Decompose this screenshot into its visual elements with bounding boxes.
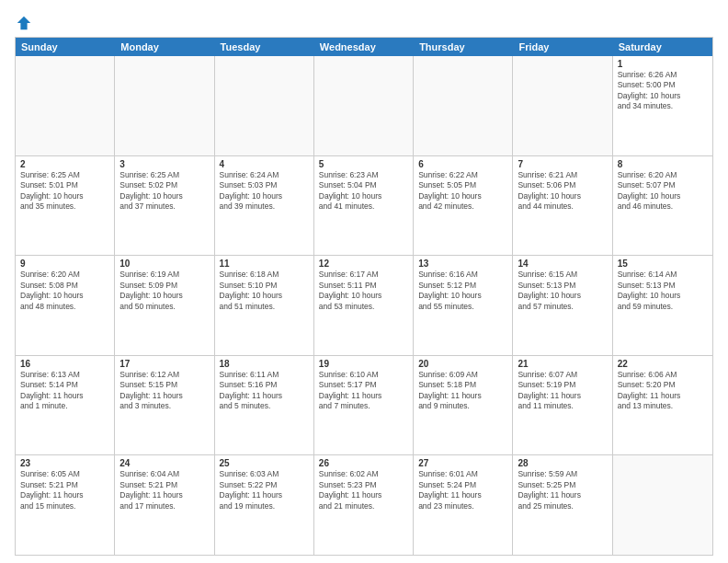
day-info: Sunrise: 6:13 AM Sunset: 5:14 PM Dayligh… [20,370,109,412]
week-row-5: 23Sunrise: 6:05 AM Sunset: 5:21 PM Dayli… [16,454,712,555]
day-number: 26 [319,458,408,468]
day-cell: 5Sunrise: 6:23 AM Sunset: 5:04 PM Daylig… [314,156,414,256]
day-info: Sunrise: 6:16 AM Sunset: 5:12 PM Dayligh… [418,270,507,312]
day-info: Sunrise: 6:20 AM Sunset: 5:07 PM Dayligh… [618,170,708,213]
day-cell: 6Sunrise: 6:22 AM Sunset: 5:05 PM Daylig… [414,156,513,256]
day-number: 3 [119,159,209,169]
day-number: 28 [518,458,607,468]
day-cell [613,455,712,555]
day-cell: 2Sunrise: 6:25 AM Sunset: 5:01 PM Daylig… [16,156,115,256]
day-cell: 13Sunrise: 6:16 AM Sunset: 5:12 PM Dayli… [414,256,513,355]
day-number: 13 [418,259,507,269]
day-number: 27 [418,458,507,468]
svg-marker-0 [17,17,30,29]
day-headers: SundayMondayTuesdayWednesdayThursdayFrid… [16,38,712,56]
day-header-sunday: Sunday [16,38,115,56]
page: SundayMondayTuesdayWednesdayThursdayFrid… [0,0,728,563]
day-info: Sunrise: 6:10 AM Sunset: 5:17 PM Dayligh… [319,370,408,412]
calendar-body: 1Sunrise: 6:26 AM Sunset: 5:00 PM Daylig… [16,56,712,555]
day-number: 25 [220,458,309,468]
day-number: 19 [319,359,408,369]
day-cell [115,56,214,155]
day-cell: 17Sunrise: 6:12 AM Sunset: 5:15 PM Dayli… [115,356,214,455]
day-info: Sunrise: 6:05 AM Sunset: 5:21 PM Dayligh… [20,469,109,511]
logo-icon [16,15,32,31]
day-info: Sunrise: 6:01 AM Sunset: 5:24 PM Dayligh… [418,469,507,511]
day-cell: 28Sunrise: 5:59 AM Sunset: 5:25 PM Dayli… [513,455,612,555]
day-number: 16 [20,359,109,369]
day-cell [513,56,612,155]
day-info: Sunrise: 6:04 AM Sunset: 5:21 PM Dayligh… [119,469,209,511]
day-number: 17 [119,359,209,369]
day-cell: 26Sunrise: 6:02 AM Sunset: 5:23 PM Dayli… [314,455,414,555]
day-number: 12 [319,259,408,269]
day-info: Sunrise: 6:25 AM Sunset: 5:01 PM Dayligh… [20,170,109,213]
day-header-thursday: Thursday [414,38,513,56]
day-info: Sunrise: 6:11 AM Sunset: 5:16 PM Dayligh… [220,370,309,412]
header [15,11,713,31]
day-number: 1 [618,59,708,69]
day-info: Sunrise: 6:19 AM Sunset: 5:09 PM Dayligh… [119,270,209,312]
day-cell: 23Sunrise: 6:05 AM Sunset: 5:21 PM Dayli… [16,455,115,555]
day-info: Sunrise: 6:20 AM Sunset: 5:08 PM Dayligh… [20,270,109,312]
day-number: 5 [319,159,408,169]
day-info: Sunrise: 6:26 AM Sunset: 5:00 PM Dayligh… [618,70,708,112]
day-number: 20 [418,359,507,369]
day-info: Sunrise: 6:24 AM Sunset: 5:03 PM Dayligh… [220,170,309,213]
week-row-1: 1Sunrise: 6:26 AM Sunset: 5:00 PM Daylig… [16,56,712,155]
week-row-4: 16Sunrise: 6:13 AM Sunset: 5:14 PM Dayli… [16,355,712,455]
day-cell: 10Sunrise: 6:19 AM Sunset: 5:09 PM Dayli… [115,256,214,355]
day-number: 8 [618,159,708,169]
day-number: 15 [618,259,708,269]
day-info: Sunrise: 6:02 AM Sunset: 5:23 PM Dayligh… [319,469,408,511]
day-number: 6 [418,159,507,169]
day-info: Sunrise: 6:06 AM Sunset: 5:20 PM Dayligh… [618,370,708,412]
day-info: Sunrise: 6:18 AM Sunset: 5:10 PM Dayligh… [220,270,309,312]
day-number: 7 [518,159,607,169]
day-header-wednesday: Wednesday [314,38,414,56]
day-header-friday: Friday [513,38,612,56]
day-info: Sunrise: 6:22 AM Sunset: 5:05 PM Dayligh… [418,170,507,213]
day-number: 23 [20,458,109,468]
day-cell: 24Sunrise: 6:04 AM Sunset: 5:21 PM Dayli… [115,455,214,555]
day-cell: 8Sunrise: 6:20 AM Sunset: 5:07 PM Daylig… [613,156,712,256]
day-cell: 22Sunrise: 6:06 AM Sunset: 5:20 PM Dayli… [613,356,712,455]
day-cell: 18Sunrise: 6:11 AM Sunset: 5:16 PM Dayli… [215,356,314,455]
day-cell: 27Sunrise: 6:01 AM Sunset: 5:24 PM Dayli… [414,455,513,555]
day-info: Sunrise: 6:14 AM Sunset: 5:13 PM Dayligh… [618,270,708,312]
day-info: Sunrise: 6:15 AM Sunset: 5:13 PM Dayligh… [518,270,607,312]
day-cell [215,56,314,155]
day-info: Sunrise: 6:23 AM Sunset: 5:04 PM Dayligh… [319,170,408,213]
day-number: 22 [618,359,708,369]
day-cell: 25Sunrise: 6:03 AM Sunset: 5:22 PM Dayli… [215,455,314,555]
calendar: SundayMondayTuesdayWednesdayThursdayFrid… [15,37,713,556]
day-info: Sunrise: 6:07 AM Sunset: 5:19 PM Dayligh… [518,370,607,412]
day-cell: 16Sunrise: 6:13 AM Sunset: 5:14 PM Dayli… [16,356,115,455]
day-cell: 1Sunrise: 6:26 AM Sunset: 5:00 PM Daylig… [613,56,712,155]
day-cell: 9Sunrise: 6:20 AM Sunset: 5:08 PM Daylig… [16,256,115,355]
day-info: Sunrise: 6:03 AM Sunset: 5:22 PM Dayligh… [220,469,309,511]
day-number: 18 [220,359,309,369]
day-cell [414,56,513,155]
day-header-saturday: Saturday [613,38,712,56]
logo [15,15,32,31]
day-number: 21 [518,359,607,369]
day-number: 14 [518,259,607,269]
day-cell: 19Sunrise: 6:10 AM Sunset: 5:17 PM Dayli… [314,356,414,455]
day-cell: 7Sunrise: 6:21 AM Sunset: 5:06 PM Daylig… [513,156,612,256]
day-number: 9 [20,259,109,269]
day-cell: 3Sunrise: 6:25 AM Sunset: 5:02 PM Daylig… [115,156,214,256]
day-number: 4 [220,159,309,169]
week-row-3: 9Sunrise: 6:20 AM Sunset: 5:08 PM Daylig… [16,255,712,355]
day-header-monday: Monday [115,38,214,56]
day-header-tuesday: Tuesday [215,38,314,56]
day-cell: 21Sunrise: 6:07 AM Sunset: 5:19 PM Dayli… [513,356,612,455]
day-cell: 4Sunrise: 6:24 AM Sunset: 5:03 PM Daylig… [215,156,314,256]
day-cell: 14Sunrise: 6:15 AM Sunset: 5:13 PM Dayli… [513,256,612,355]
day-cell: 20Sunrise: 6:09 AM Sunset: 5:18 PM Dayli… [414,356,513,455]
day-number: 11 [220,259,309,269]
day-cell: 11Sunrise: 6:18 AM Sunset: 5:10 PM Dayli… [215,256,314,355]
day-info: Sunrise: 6:09 AM Sunset: 5:18 PM Dayligh… [418,370,507,412]
day-cell [16,56,115,155]
day-info: Sunrise: 6:12 AM Sunset: 5:15 PM Dayligh… [119,370,209,412]
